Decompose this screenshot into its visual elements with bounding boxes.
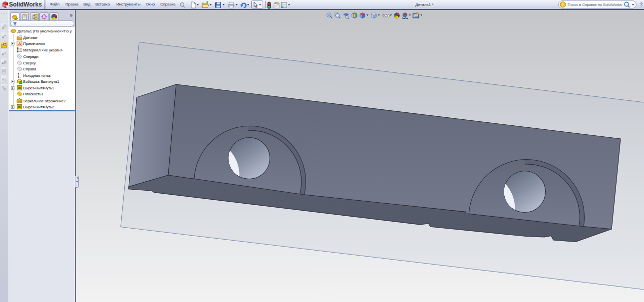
svg-text:6: 6 bbox=[382, 13, 384, 17]
svg-text:?: ? bbox=[562, 2, 564, 7]
svg-text:A: A bbox=[1, 52, 4, 55]
svg-text:A: A bbox=[2, 35, 4, 38]
svg-text:S: S bbox=[3, 4, 5, 7]
svg-text:A: A bbox=[18, 41, 21, 46]
svg-text:W: W bbox=[5, 4, 8, 7]
svg-text:A: A bbox=[1, 61, 4, 64]
